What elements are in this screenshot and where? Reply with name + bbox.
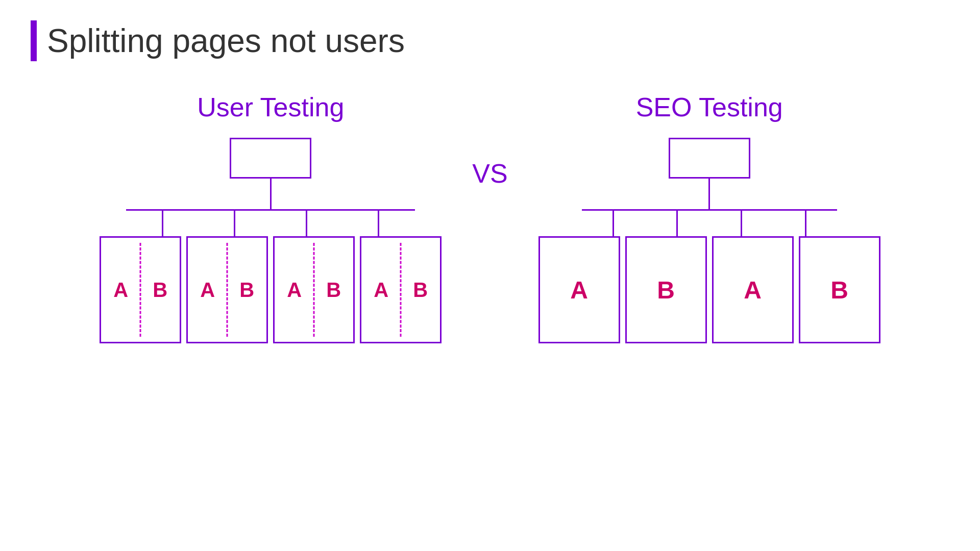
seo-leaf-3-label: A — [744, 276, 762, 304]
user-testing-title: User Testing — [197, 92, 344, 122]
user-leaf-3: A B — [273, 236, 355, 343]
user-testing-side: User Testing A — [100, 92, 442, 343]
user-drop-4 — [378, 211, 379, 236]
user-leaf-3-b: B — [326, 279, 341, 302]
seo-leaf-1-label: A — [570, 276, 588, 304]
seo-drop-4 — [805, 211, 806, 236]
user-leaf-1-b: B — [153, 279, 167, 302]
user-testing-tree: A B A B A B A — [100, 138, 442, 343]
user-leaf-4: A B — [360, 236, 442, 343]
user-leaf-1-a: A — [113, 279, 128, 302]
vs-label: VS — [442, 158, 538, 189]
main-content: User Testing A — [31, 92, 949, 343]
user-leaf-4-divider — [400, 243, 402, 337]
user-leaf-2-divider — [227, 243, 228, 337]
user-leaf-2: A B — [186, 236, 268, 343]
user-drop-2 — [234, 211, 235, 236]
user-leaf-4-b: B — [413, 279, 428, 302]
page-title: Splitting pages not users — [47, 22, 405, 60]
user-drop-3 — [306, 211, 307, 236]
user-root-box — [230, 138, 311, 179]
user-h-line — [126, 209, 415, 211]
user-leaf-1: A B — [100, 236, 181, 343]
seo-drop-1 — [612, 211, 614, 236]
seo-drops — [582, 211, 837, 236]
seo-drop-3 — [741, 211, 742, 236]
user-drops — [126, 211, 415, 236]
page-container: Splitting pages not users User Testing — [0, 0, 980, 551]
seo-leaf-2: B — [625, 236, 707, 343]
seo-drop-2 — [676, 211, 678, 236]
user-leaf-3-a: A — [287, 279, 302, 302]
seo-testing-title: SEO Testing — [636, 92, 783, 122]
seo-root-box — [669, 138, 750, 179]
user-leaf-3-divider — [313, 243, 315, 337]
seo-h-line — [582, 209, 837, 211]
seo-leaf-4-label: B — [830, 276, 848, 304]
user-leaves: A B A B A B A — [100, 236, 442, 343]
title-area: Splitting pages not users — [31, 20, 949, 61]
user-leaf-2-b: B — [239, 279, 254, 302]
user-root-connector — [270, 179, 272, 209]
seo-leaf-1: A — [538, 236, 620, 343]
seo-testing-side: SEO Testing A — [538, 92, 880, 343]
seo-testing-tree: A B A B — [538, 138, 880, 343]
title-accent-bar — [31, 20, 37, 61]
seo-leaves: A B A B — [538, 236, 880, 343]
vs-wrapper: VS — [442, 92, 538, 189]
user-leaf-4-a: A — [374, 279, 388, 302]
user-leaf-1-divider — [140, 243, 141, 337]
seo-leaf-3: A — [712, 236, 794, 343]
seo-leaf-2-label: B — [657, 276, 675, 304]
user-drop-1 — [162, 211, 163, 236]
seo-leaf-4: B — [799, 236, 880, 343]
user-leaf-2-a: A — [200, 279, 215, 302]
seo-root-connector — [708, 179, 710, 209]
